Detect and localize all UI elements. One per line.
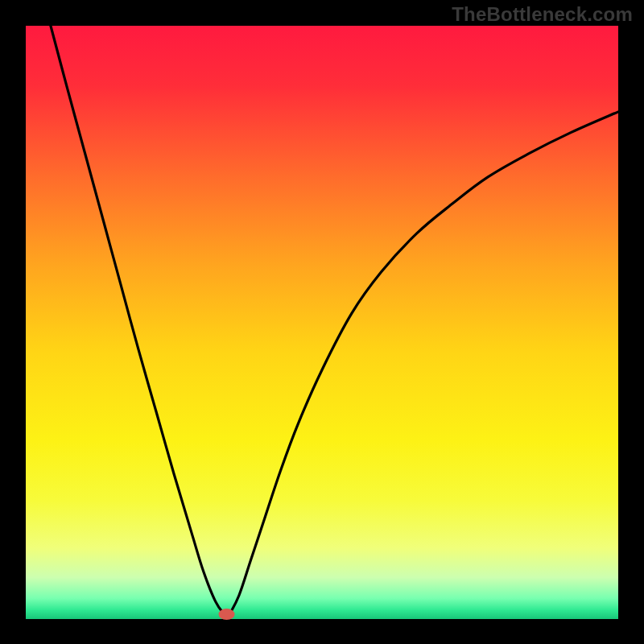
plot-background xyxy=(26,26,618,619)
chart-frame: TheBottleneck.com xyxy=(0,0,644,644)
bottleneck-chart xyxy=(0,0,644,644)
watermark-text: TheBottleneck.com xyxy=(452,3,633,26)
optimal-marker xyxy=(219,609,235,620)
